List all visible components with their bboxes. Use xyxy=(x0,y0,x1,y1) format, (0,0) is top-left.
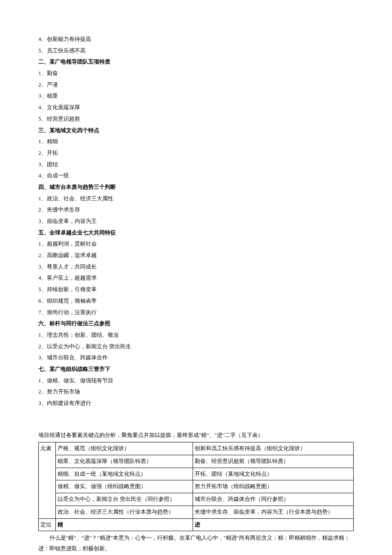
table-cell: 做精、做实、做强（组织战略意图） xyxy=(55,480,193,493)
list-item: 2、开拓 xyxy=(38,148,354,159)
table-cell xyxy=(39,468,56,480)
table-cell: 勤奋、经营意识超前（领导团队特质） xyxy=(193,455,353,468)
table-row: 精细、自成一统（某地域文化特点） 开拓、团结（某地域文化特点） xyxy=(39,468,354,480)
table-row: 定位 精 进 xyxy=(39,518,354,531)
list-item: 1、勤奋 xyxy=(38,68,354,79)
table-cell: 政治、社会、经济三大属性（行业本质与趋势） xyxy=(55,506,193,518)
list-item: 4、文化底蕴深厚 xyxy=(38,102,354,113)
table-cell: 以受众为中心，新闻立台 突出民生（同行参照） xyxy=(55,493,193,506)
table-cell: 努力开拓市场（组织战略意图） xyxy=(193,480,353,493)
list-item: 4、创新能力有待提高 xyxy=(38,34,354,45)
list-item: 1、精细 xyxy=(38,136,354,147)
table-cell: 稳重、文化底蕴深厚（领导团队特质） xyxy=(55,455,193,468)
paragraph: 什么是"精"、"进"？"精进"本意为：心专一，行积极。在某广电人心中，"精进"尚… xyxy=(38,533,354,554)
paragraph: 项目组通过各要素关键点的分析，聚焦要点并加以提炼，最终形成"精"、"进"二字（见… xyxy=(38,430,354,441)
table-cell: 定位 xyxy=(39,518,56,531)
table-row: 以受众为中心，新闻立台 突出民生（同行参照） 城市台联合、跨媒体合作（同行参照） xyxy=(39,493,354,506)
section-heading: 三、某地域文化四个特点 xyxy=(38,125,354,136)
list-item: 2、严谨 xyxy=(38,80,354,90)
list-item: 7、崇尚行动，注重执行 xyxy=(38,307,354,318)
list-item: 5、持续创新，引领变革 xyxy=(38,284,354,295)
list-item: 3、城市台联合、跨媒体合作 xyxy=(38,353,354,363)
section-heading: 四、城市台本质与趋势三个判断 xyxy=(38,182,354,193)
table-cell: 创新和员工快乐感有待提高（组织文化现状） xyxy=(193,442,353,455)
summary-table: 元素 严格、规范（组织文化现状） 创新和员工快乐感有待提高（组织文化现状） 稳重… xyxy=(38,442,354,531)
list-item: 1、超越利润，贡献社会 xyxy=(38,239,354,249)
list-item: 2、以受众为中心，新闻立台 突出民生 xyxy=(38,341,354,352)
list-item: 1、政治、社会、经济三大属性 xyxy=(38,194,354,204)
list-item: 3、尊重人才，共同成长 xyxy=(38,262,354,272)
section-heading: 二、某广电领导团队五项特质 xyxy=(38,57,354,67)
list-item: 4、客户至上，超越需求 xyxy=(38,273,354,283)
list-item: 5、经营意识超前 xyxy=(38,114,354,124)
table-row: 做精、做实、做强（组织战略意图） 努力开拓市场（组织战略意图） xyxy=(39,480,354,493)
table-cell: 城市台联合、跨媒体合作（同行参照） xyxy=(193,493,353,506)
list-item: 2、高瞻远瞩，追求卓越 xyxy=(38,250,354,261)
table-cell: 精 xyxy=(55,518,193,531)
list-item: 6、组织规范，领袖表率 xyxy=(38,296,354,306)
list-item: 5、员工快乐感不高 xyxy=(38,46,354,56)
table-row: 政治、社会、经济三大属性（行业本质与趋势） 夹缝中求生存、面临变革，内容为王（行… xyxy=(39,506,354,518)
section-heading: 六、标杆与同行做法三点参照 xyxy=(38,318,354,329)
table-cell xyxy=(39,455,56,468)
table-cell: 严格、规范（组织文化现状） xyxy=(55,442,193,455)
table-cell: 开拓、团结（某地域文化特点） xyxy=(193,468,353,480)
table-cell: 精细、自成一统（某地域文化特点） xyxy=(55,468,193,480)
section-heading: 七、某广电组织战略三管齐下 xyxy=(38,364,354,375)
table-cell: 元素 xyxy=(39,442,56,455)
table-cell: 进 xyxy=(193,518,353,531)
table-cell: 夹缝中求生存、面临变革，内容为王（行业本质与趋势） xyxy=(193,506,353,518)
list-item: 3、团结 xyxy=(38,159,354,170)
list-item: 3、面临变革，内容为王 xyxy=(38,216,354,227)
section-heading: 五、全球卓越企业七大共同特征 xyxy=(38,228,354,238)
list-item: 2、夹缝中求生存 xyxy=(38,205,354,215)
table-row: 稳重、文化底蕴深厚（领导团队特质） 勤奋、经营意识超前（领导团队特质） xyxy=(39,455,354,468)
table-cell xyxy=(39,506,56,518)
table-cell xyxy=(39,493,56,506)
list-item: 3、稳重 xyxy=(38,91,354,101)
list-item: 2、努力开拓市场 xyxy=(38,387,354,397)
table-row: 元素 严格、规范（组织文化现状） 创新和员工快乐感有待提高（组织文化现状） xyxy=(39,442,354,455)
list-item: 1、做精、做实、做强现有节目 xyxy=(38,376,354,386)
list-item: 1、理念共性：创新、团结、敬业 xyxy=(38,330,354,341)
table-cell xyxy=(39,480,56,493)
list-item: 3、内部建设有序进行 xyxy=(38,398,354,409)
list-item: 4、自成一统 xyxy=(38,171,354,181)
